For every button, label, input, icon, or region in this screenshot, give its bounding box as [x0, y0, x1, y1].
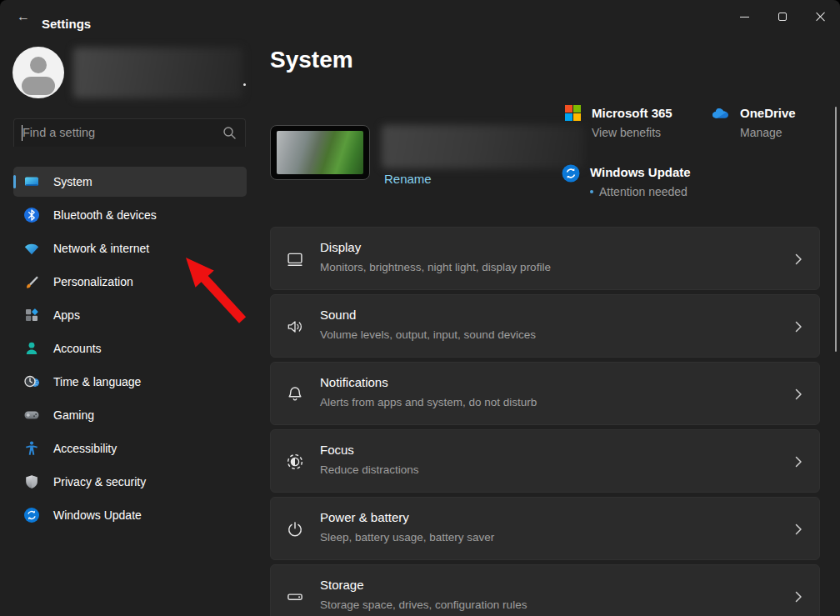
apps-icon — [23, 307, 40, 323]
windows-update-icon — [23, 507, 40, 523]
windows-update-icon — [560, 164, 582, 198]
sidebar-item-personalization[interactable]: Personalization — [13, 267, 247, 297]
promo-title: Windows Update — [590, 164, 691, 180]
manage-link[interactable]: Manage — [740, 126, 796, 139]
card-subtitle: Reduce distractions — [320, 463, 419, 476]
storage-drive-icon — [286, 588, 304, 606]
privacy-security-icon — [23, 473, 40, 490]
close-icon — [816, 12, 826, 22]
promo-title: Microsoft 365 — [592, 105, 672, 121]
focus-icon — [286, 453, 304, 471]
sidebar-item-label: Privacy & security — [53, 475, 146, 488]
avatar[interactable] — [12, 47, 64, 98]
card-title: Notifications — [320, 375, 388, 389]
sidebar-item-label: Apps — [53, 308, 80, 322]
chevron-right-icon — [795, 523, 802, 535]
system-icon — [23, 173, 40, 190]
card-focus[interactable]: Focus Reduce distractions — [270, 429, 820, 493]
sidebar-item-windows-update[interactable]: Windows Update — [13, 500, 247, 530]
promo-title: OneDrive — [740, 105, 796, 121]
sidebar-item-system[interactable]: System — [13, 167, 247, 197]
search-input[interactable] — [22, 119, 214, 146]
card-title: Focus — [320, 443, 354, 457]
sidebar: System Bluetooth & devices Network & int… — [0, 40, 260, 616]
card-storage[interactable]: Storage Storage space, drives, configura… — [270, 564, 820, 616]
attention-status-dot — [590, 190, 593, 193]
display-icon — [286, 250, 304, 268]
sidebar-item-label: System — [53, 175, 92, 188]
maximize-icon — [778, 13, 787, 21]
sidebar-item-label: Gaming — [53, 408, 94, 422]
card-power-battery[interactable]: Power & battery Sleep, battery usage, ba… — [270, 497, 820, 560]
card-sound[interactable]: Sound Volume levels, output, input, soun… — [270, 294, 820, 358]
person-icon — [30, 57, 47, 73]
time-language-icon — [23, 373, 40, 390]
chevron-right-icon — [795, 591, 802, 603]
settings-window: ← Settings — [0, 0, 840, 616]
sidebar-item-bluetooth-devices[interactable]: Bluetooth & devices — [13, 200, 247, 230]
page-title: System — [270, 47, 353, 73]
sidebar-item-label: Accounts — [53, 342, 102, 355]
bluetooth-icon — [23, 207, 40, 223]
selection-accent-pill — [13, 175, 16, 188]
minimize-button[interactable] — [725, 0, 763, 33]
microsoft-logo-icon — [562, 105, 583, 139]
back-arrow-icon: ← — [17, 9, 30, 24]
onedrive-cloud-icon — [710, 105, 732, 139]
titlebar: ← Settings — [0, 0, 840, 40]
maximize-button[interactable] — [763, 0, 802, 33]
attention-needed-text: Attention needed — [599, 185, 688, 198]
windows-update-promo[interactable]: Windows Update Attention needed — [560, 164, 691, 198]
search-box[interactable] — [13, 118, 246, 147]
accessibility-icon — [23, 440, 40, 457]
sidebar-item-label: Bluetooth & devices — [53, 208, 157, 222]
minimize-icon — [740, 17, 749, 18]
sidebar-item-label: Time & language — [53, 375, 141, 388]
sidebar-item-network-internet[interactable]: Network & internet — [13, 233, 247, 263]
sidebar-item-label: Windows Update — [53, 508, 142, 522]
user-name-redacted — [73, 48, 242, 98]
sidebar-item-privacy-security[interactable]: Privacy & security — [13, 467, 247, 497]
card-title: Storage — [320, 578, 364, 592]
card-title: Display — [320, 240, 361, 254]
accounts-icon — [23, 340, 40, 357]
sidebar-item-accessibility[interactable]: Accessibility — [13, 433, 247, 463]
device-preview-image — [270, 125, 370, 180]
back-button[interactable]: ← — [10, 5, 37, 28]
rename-link[interactable]: Rename — [384, 172, 432, 186]
card-subtitle: Storage space, drives, configuration rul… — [320, 598, 527, 611]
search-icon — [222, 126, 237, 140]
network-icon — [23, 240, 40, 257]
onedrive-promo[interactable]: OneDrive Manage — [710, 105, 796, 139]
card-subtitle: Alerts from apps and system, do not dist… — [320, 396, 537, 408]
close-button[interactable] — [802, 0, 840, 33]
personalization-icon — [23, 273, 40, 290]
scrollbar[interactable] — [835, 107, 837, 352]
chevron-right-icon — [795, 253, 802, 265]
sidebar-item-label: Accessibility — [53, 442, 117, 455]
card-title: Sound — [320, 308, 356, 322]
sidebar-item-label: Personalization — [53, 275, 133, 288]
chevron-right-icon — [795, 321, 802, 333]
sidebar-item-apps[interactable]: Apps — [13, 300, 247, 330]
window-controls — [725, 0, 840, 33]
main-panel: System Rename Microsoft 365 View benefit… — [270, 40, 820, 616]
sidebar-item-gaming[interactable]: Gaming — [13, 400, 247, 430]
device-name-redacted — [382, 125, 584, 168]
card-subtitle: Monitors, brightness, night light, displ… — [320, 261, 551, 273]
microsoft-365-promo[interactable]: Microsoft 365 View benefits — [562, 105, 672, 139]
sidebar-item-accounts[interactable]: Accounts — [13, 333, 247, 363]
card-subtitle: Volume levels, output, input, sound devi… — [320, 328, 536, 341]
chevron-right-icon — [795, 456, 802, 468]
sidebar-item-time-language[interactable]: Time & language — [13, 367, 247, 397]
settings-card-list: Display Monitors, brightness, night ligh… — [270, 227, 820, 616]
sidebar-nav: System Bluetooth & devices Network & int… — [13, 167, 247, 533]
sound-icon — [286, 318, 304, 336]
app-title: Settings — [42, 17, 91, 31]
view-benefits-link[interactable]: View benefits — [592, 126, 672, 139]
card-title: Power & battery — [320, 510, 409, 524]
notifications-bell-icon — [286, 385, 304, 403]
sidebar-item-label: Network & internet — [53, 242, 149, 255]
card-notifications[interactable]: Notifications Alerts from apps and syste… — [270, 362, 820, 425]
card-display[interactable]: Display Monitors, brightness, night ligh… — [270, 227, 820, 290]
